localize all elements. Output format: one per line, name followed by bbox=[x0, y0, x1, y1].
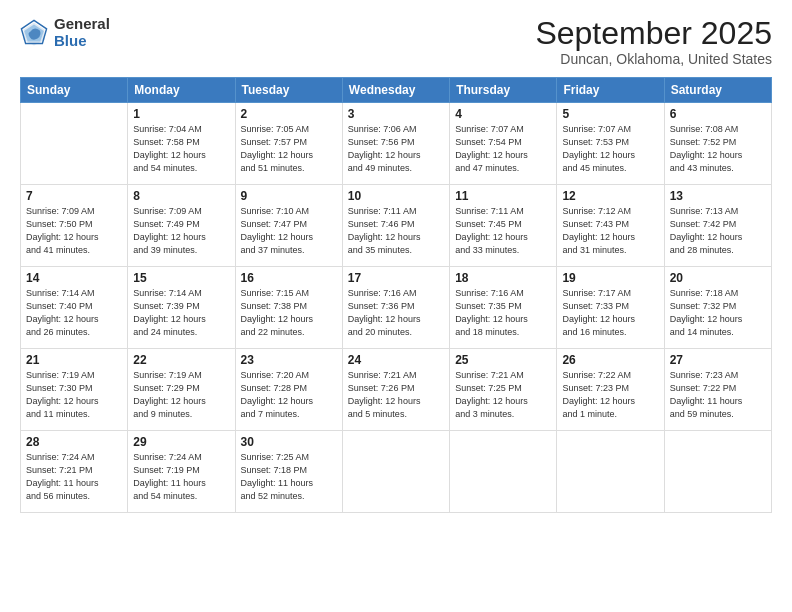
day-info: Sunrise: 7:09 AM Sunset: 7:50 PM Dayligh… bbox=[26, 205, 122, 257]
calendar-cell-2-5: 19Sunrise: 7:17 AM Sunset: 7:33 PM Dayli… bbox=[557, 267, 664, 349]
calendar-cell-1-5: 12Sunrise: 7:12 AM Sunset: 7:43 PM Dayli… bbox=[557, 185, 664, 267]
calendar-cell-3-4: 25Sunrise: 7:21 AM Sunset: 7:25 PM Dayli… bbox=[450, 349, 557, 431]
day-info: Sunrise: 7:15 AM Sunset: 7:38 PM Dayligh… bbox=[241, 287, 337, 339]
day-number: 22 bbox=[133, 353, 229, 367]
day-info: Sunrise: 7:20 AM Sunset: 7:28 PM Dayligh… bbox=[241, 369, 337, 421]
day-info: Sunrise: 7:06 AM Sunset: 7:56 PM Dayligh… bbox=[348, 123, 444, 175]
week-row-4: 21Sunrise: 7:19 AM Sunset: 7:30 PM Dayli… bbox=[21, 349, 772, 431]
calendar-cell-0-3: 3Sunrise: 7:06 AM Sunset: 7:56 PM Daylig… bbox=[342, 103, 449, 185]
calendar-cell-4-1: 29Sunrise: 7:24 AM Sunset: 7:19 PM Dayli… bbox=[128, 431, 235, 513]
calendar-cell-3-0: 21Sunrise: 7:19 AM Sunset: 7:30 PM Dayli… bbox=[21, 349, 128, 431]
calendar-cell-2-3: 17Sunrise: 7:16 AM Sunset: 7:36 PM Dayli… bbox=[342, 267, 449, 349]
calendar-cell-2-6: 20Sunrise: 7:18 AM Sunset: 7:32 PM Dayli… bbox=[664, 267, 771, 349]
week-row-3: 14Sunrise: 7:14 AM Sunset: 7:40 PM Dayli… bbox=[21, 267, 772, 349]
day-number: 16 bbox=[241, 271, 337, 285]
calendar-cell-0-1: 1Sunrise: 7:04 AM Sunset: 7:58 PM Daylig… bbox=[128, 103, 235, 185]
day-number: 4 bbox=[455, 107, 551, 121]
calendar-cell-4-2: 30Sunrise: 7:25 AM Sunset: 7:18 PM Dayli… bbox=[235, 431, 342, 513]
day-info: Sunrise: 7:11 AM Sunset: 7:45 PM Dayligh… bbox=[455, 205, 551, 257]
calendar-cell-0-0 bbox=[21, 103, 128, 185]
calendar-cell-1-1: 8Sunrise: 7:09 AM Sunset: 7:49 PM Daylig… bbox=[128, 185, 235, 267]
calendar-cell-1-0: 7Sunrise: 7:09 AM Sunset: 7:50 PM Daylig… bbox=[21, 185, 128, 267]
day-number: 29 bbox=[133, 435, 229, 449]
logo-general-text: General bbox=[54, 16, 110, 33]
day-info: Sunrise: 7:24 AM Sunset: 7:21 PM Dayligh… bbox=[26, 451, 122, 503]
col-monday: Monday bbox=[128, 78, 235, 103]
day-number: 12 bbox=[562, 189, 658, 203]
day-info: Sunrise: 7:07 AM Sunset: 7:53 PM Dayligh… bbox=[562, 123, 658, 175]
title-area: September 2025 Duncan, Oklahoma, United … bbox=[535, 16, 772, 67]
location: Duncan, Oklahoma, United States bbox=[535, 51, 772, 67]
day-info: Sunrise: 7:19 AM Sunset: 7:30 PM Dayligh… bbox=[26, 369, 122, 421]
day-info: Sunrise: 7:18 AM Sunset: 7:32 PM Dayligh… bbox=[670, 287, 766, 339]
calendar-cell-2-4: 18Sunrise: 7:16 AM Sunset: 7:35 PM Dayli… bbox=[450, 267, 557, 349]
logo-icon bbox=[20, 19, 48, 47]
calendar-cell-0-5: 5Sunrise: 7:07 AM Sunset: 7:53 PM Daylig… bbox=[557, 103, 664, 185]
header: General Blue September 2025 Duncan, Okla… bbox=[20, 16, 772, 67]
day-info: Sunrise: 7:08 AM Sunset: 7:52 PM Dayligh… bbox=[670, 123, 766, 175]
day-number: 25 bbox=[455, 353, 551, 367]
day-number: 6 bbox=[670, 107, 766, 121]
day-number: 30 bbox=[241, 435, 337, 449]
day-number: 21 bbox=[26, 353, 122, 367]
logo-blue-text: Blue bbox=[54, 33, 110, 50]
day-info: Sunrise: 7:10 AM Sunset: 7:47 PM Dayligh… bbox=[241, 205, 337, 257]
month-title: September 2025 bbox=[535, 16, 772, 51]
col-friday: Friday bbox=[557, 78, 664, 103]
logo-text: General Blue bbox=[54, 16, 110, 49]
day-info: Sunrise: 7:12 AM Sunset: 7:43 PM Dayligh… bbox=[562, 205, 658, 257]
day-number: 10 bbox=[348, 189, 444, 203]
day-number: 14 bbox=[26, 271, 122, 285]
day-info: Sunrise: 7:21 AM Sunset: 7:26 PM Dayligh… bbox=[348, 369, 444, 421]
day-info: Sunrise: 7:05 AM Sunset: 7:57 PM Dayligh… bbox=[241, 123, 337, 175]
day-info: Sunrise: 7:14 AM Sunset: 7:40 PM Dayligh… bbox=[26, 287, 122, 339]
week-row-2: 7Sunrise: 7:09 AM Sunset: 7:50 PM Daylig… bbox=[21, 185, 772, 267]
col-thursday: Thursday bbox=[450, 78, 557, 103]
calendar-cell-3-5: 26Sunrise: 7:22 AM Sunset: 7:23 PM Dayli… bbox=[557, 349, 664, 431]
day-info: Sunrise: 7:16 AM Sunset: 7:36 PM Dayligh… bbox=[348, 287, 444, 339]
day-number: 8 bbox=[133, 189, 229, 203]
calendar-cell-3-3: 24Sunrise: 7:21 AM Sunset: 7:26 PM Dayli… bbox=[342, 349, 449, 431]
calendar-cell-4-4 bbox=[450, 431, 557, 513]
day-number: 24 bbox=[348, 353, 444, 367]
calendar-cell-0-4: 4Sunrise: 7:07 AM Sunset: 7:54 PM Daylig… bbox=[450, 103, 557, 185]
day-number: 27 bbox=[670, 353, 766, 367]
day-info: Sunrise: 7:17 AM Sunset: 7:33 PM Dayligh… bbox=[562, 287, 658, 339]
calendar-cell-0-6: 6Sunrise: 7:08 AM Sunset: 7:52 PM Daylig… bbox=[664, 103, 771, 185]
day-number: 13 bbox=[670, 189, 766, 203]
col-sunday: Sunday bbox=[21, 78, 128, 103]
day-info: Sunrise: 7:14 AM Sunset: 7:39 PM Dayligh… bbox=[133, 287, 229, 339]
day-number: 26 bbox=[562, 353, 658, 367]
day-info: Sunrise: 7:07 AM Sunset: 7:54 PM Dayligh… bbox=[455, 123, 551, 175]
day-info: Sunrise: 7:24 AM Sunset: 7:19 PM Dayligh… bbox=[133, 451, 229, 503]
calendar-cell-2-2: 16Sunrise: 7:15 AM Sunset: 7:38 PM Dayli… bbox=[235, 267, 342, 349]
day-number: 3 bbox=[348, 107, 444, 121]
calendar-cell-4-3 bbox=[342, 431, 449, 513]
day-number: 9 bbox=[241, 189, 337, 203]
day-info: Sunrise: 7:11 AM Sunset: 7:46 PM Dayligh… bbox=[348, 205, 444, 257]
day-number: 2 bbox=[241, 107, 337, 121]
day-number: 17 bbox=[348, 271, 444, 285]
day-number: 18 bbox=[455, 271, 551, 285]
day-info: Sunrise: 7:19 AM Sunset: 7:29 PM Dayligh… bbox=[133, 369, 229, 421]
calendar-cell-4-5 bbox=[557, 431, 664, 513]
day-number: 23 bbox=[241, 353, 337, 367]
calendar-cell-4-6 bbox=[664, 431, 771, 513]
calendar-cell-3-1: 22Sunrise: 7:19 AM Sunset: 7:29 PM Dayli… bbox=[128, 349, 235, 431]
logo: General Blue bbox=[20, 16, 110, 49]
calendar-cell-0-2: 2Sunrise: 7:05 AM Sunset: 7:57 PM Daylig… bbox=[235, 103, 342, 185]
calendar-cell-3-6: 27Sunrise: 7:23 AM Sunset: 7:22 PM Dayli… bbox=[664, 349, 771, 431]
calendar-cell-1-2: 9Sunrise: 7:10 AM Sunset: 7:47 PM Daylig… bbox=[235, 185, 342, 267]
week-row-5: 28Sunrise: 7:24 AM Sunset: 7:21 PM Dayli… bbox=[21, 431, 772, 513]
week-row-1: 1Sunrise: 7:04 AM Sunset: 7:58 PM Daylig… bbox=[21, 103, 772, 185]
day-number: 15 bbox=[133, 271, 229, 285]
day-info: Sunrise: 7:23 AM Sunset: 7:22 PM Dayligh… bbox=[670, 369, 766, 421]
day-info: Sunrise: 7:16 AM Sunset: 7:35 PM Dayligh… bbox=[455, 287, 551, 339]
day-info: Sunrise: 7:09 AM Sunset: 7:49 PM Dayligh… bbox=[133, 205, 229, 257]
day-number: 11 bbox=[455, 189, 551, 203]
day-info: Sunrise: 7:21 AM Sunset: 7:25 PM Dayligh… bbox=[455, 369, 551, 421]
col-saturday: Saturday bbox=[664, 78, 771, 103]
calendar-cell-1-6: 13Sunrise: 7:13 AM Sunset: 7:42 PM Dayli… bbox=[664, 185, 771, 267]
day-info: Sunrise: 7:04 AM Sunset: 7:58 PM Dayligh… bbox=[133, 123, 229, 175]
day-number: 5 bbox=[562, 107, 658, 121]
